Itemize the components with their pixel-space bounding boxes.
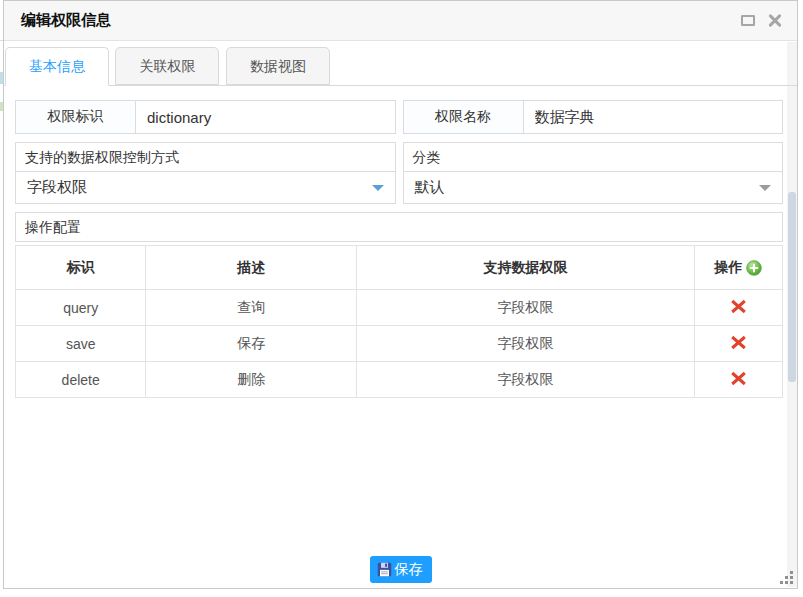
cell-id: query bbox=[16, 290, 146, 326]
screen: 编辑权限信息 基本信息 关联权限 数据视图 权限标识 权限名称 bbox=[0, 0, 803, 597]
cell-description: 保存 bbox=[146, 326, 357, 362]
tab-basic-info[interactable]: 基本信息 bbox=[5, 47, 109, 86]
operations-table: 标识 描述 支持数据权限 操作 bbox=[15, 245, 783, 398]
permission-id-label: 权限标识 bbox=[16, 101, 136, 133]
header-operation: 操作 bbox=[694, 246, 782, 290]
category-group: 分类 默认 bbox=[403, 142, 784, 204]
save-button[interactable]: 保存 bbox=[370, 556, 432, 583]
category-select[interactable]: 默认 bbox=[403, 171, 784, 204]
save-button-label: 保存 bbox=[395, 561, 423, 579]
delete-row-icon[interactable] bbox=[730, 299, 747, 314]
data-permission-mode-label: 支持的数据权限控制方式 bbox=[15, 142, 396, 172]
caret-down-icon bbox=[372, 185, 384, 191]
edit-permission-dialog: 编辑权限信息 基本信息 关联权限 数据视图 权限标识 权限名称 bbox=[3, 0, 798, 589]
tab-bar: 基本信息 关联权限 数据视图 bbox=[4, 41, 797, 86]
cell-operation bbox=[694, 362, 782, 398]
cell-description: 查询 bbox=[146, 290, 357, 326]
cell-operation bbox=[694, 326, 782, 362]
tab-data-views[interactable]: 数据视图 bbox=[226, 47, 330, 85]
table-header-row: 标识 描述 支持数据权限 操作 bbox=[16, 246, 783, 290]
dialog-title: 编辑权限信息 bbox=[4, 11, 741, 30]
header-id: 标识 bbox=[16, 246, 146, 290]
cell-id: delete bbox=[16, 362, 146, 398]
resize-grip-icon[interactable] bbox=[779, 570, 794, 585]
add-operation-icon[interactable] bbox=[746, 260, 762, 276]
permission-name-label: 权限名称 bbox=[404, 101, 524, 133]
permission-id-input[interactable] bbox=[136, 101, 395, 133]
operation-config-label: 操作配置 bbox=[15, 212, 783, 242]
close-icon[interactable] bbox=[768, 14, 782, 28]
window-controls bbox=[741, 14, 797, 28]
maximize-icon[interactable] bbox=[741, 15, 755, 26]
cell-description: 删除 bbox=[146, 362, 357, 398]
cell-data-permission: 字段权限 bbox=[357, 362, 694, 398]
permission-id-field-group: 权限标识 bbox=[15, 100, 396, 134]
delete-row-icon[interactable] bbox=[730, 335, 747, 350]
permission-name-field-group: 权限名称 bbox=[403, 100, 784, 134]
header-description: 描述 bbox=[146, 246, 357, 290]
table-row: query 查询 字段权限 bbox=[16, 290, 783, 326]
tab-related-permissions[interactable]: 关联权限 bbox=[115, 47, 219, 85]
category-value: 默认 bbox=[415, 178, 445, 197]
table-row: save 保存 字段权限 bbox=[16, 326, 783, 362]
tab-content-basic-info: 权限标识 权限名称 支持的数据权限控制方式 字段权限 分类 bbox=[4, 86, 797, 398]
scrollbar-thumb[interactable] bbox=[788, 192, 796, 382]
data-permission-mode-value: 字段权限 bbox=[27, 178, 87, 197]
cell-data-permission: 字段权限 bbox=[357, 326, 694, 362]
cell-operation bbox=[694, 290, 782, 326]
floppy-disk-icon bbox=[377, 562, 392, 577]
cell-id: save bbox=[16, 326, 146, 362]
vertical-scrollbar bbox=[787, 42, 797, 587]
header-data-permission: 支持数据权限 bbox=[357, 246, 694, 290]
delete-row-icon[interactable] bbox=[730, 371, 747, 386]
header-operation-label: 操作 bbox=[714, 259, 742, 277]
cell-data-permission: 字段权限 bbox=[357, 290, 694, 326]
category-label: 分类 bbox=[403, 142, 784, 172]
table-row: delete 删除 字段权限 bbox=[16, 362, 783, 398]
dialog-header: 编辑权限信息 bbox=[4, 1, 797, 41]
data-permission-mode-group: 支持的数据权限控制方式 字段权限 bbox=[15, 142, 396, 204]
permission-name-input[interactable] bbox=[524, 101, 783, 133]
data-permission-mode-select[interactable]: 字段权限 bbox=[15, 171, 396, 204]
caret-down-icon bbox=[759, 185, 771, 191]
